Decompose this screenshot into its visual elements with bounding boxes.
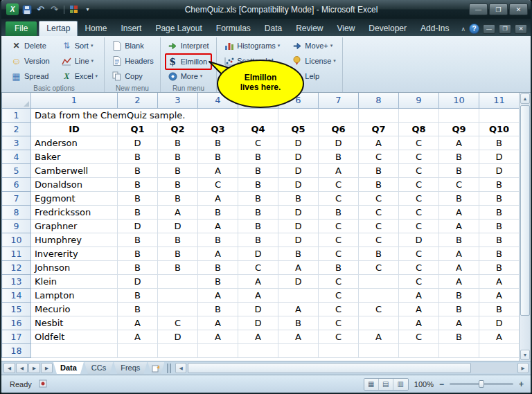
cell[interactable]: Anderson bbox=[31, 136, 118, 150]
cell[interactable]: B bbox=[479, 302, 520, 316]
cell[interactable]: B bbox=[118, 247, 158, 260]
cell[interactable]: A bbox=[399, 316, 439, 330]
cell[interactable]: B bbox=[278, 247, 319, 260]
row-header-1[interactable]: 1 bbox=[2, 108, 31, 122]
zoom-slider-thumb[interactable] bbox=[479, 380, 484, 388]
cell[interactable]: D bbox=[238, 302, 278, 316]
cell[interactable]: C bbox=[399, 163, 439, 177]
zoom-level[interactable]: 100% bbox=[414, 380, 434, 388]
cell[interactable]: A bbox=[439, 205, 479, 219]
cell[interactable]: A bbox=[399, 288, 439, 302]
cell[interactable] bbox=[158, 274, 198, 288]
last-sheet-button[interactable]: ▶ bbox=[41, 363, 53, 373]
row-header-4[interactable]: 4 bbox=[2, 150, 31, 163]
column-header-6[interactable]: 6 bbox=[278, 93, 319, 108]
tab-view[interactable]: View bbox=[330, 21, 362, 36]
tab-home[interactable]: Home bbox=[78, 21, 114, 36]
row-header-2[interactable]: 2 bbox=[2, 122, 31, 136]
cell[interactable]: D bbox=[319, 136, 359, 150]
cell[interactable]: A bbox=[198, 219, 238, 233]
cell[interactable]: B bbox=[118, 163, 158, 177]
cell[interactable]: Q4 bbox=[238, 122, 278, 136]
column-header-3[interactable]: 3 bbox=[158, 93, 198, 108]
cell[interactable] bbox=[158, 288, 198, 302]
cell[interactable]: B bbox=[359, 247, 399, 260]
cell[interactable]: A bbox=[198, 330, 238, 343]
cell[interactable]: A bbox=[439, 219, 479, 233]
cell[interactable]: C bbox=[359, 302, 399, 316]
cell[interactable]: B bbox=[278, 191, 319, 205]
column-header-1[interactable]: 1 bbox=[31, 93, 118, 108]
cell[interactable] bbox=[278, 343, 319, 357]
cell[interactable]: B bbox=[319, 205, 359, 219]
cell[interactable]: B bbox=[238, 233, 278, 247]
row-header-13[interactable]: 13 bbox=[2, 274, 31, 288]
cell[interactable] bbox=[198, 108, 238, 122]
cell[interactable] bbox=[158, 343, 198, 357]
cell[interactable]: A bbox=[118, 316, 158, 330]
cell[interactable]: D bbox=[278, 163, 319, 177]
insert-worksheet-tab[interactable] bbox=[148, 362, 164, 374]
select-all-corner[interactable] bbox=[2, 93, 31, 108]
row-header-16[interactable]: 16 bbox=[2, 316, 31, 330]
row-header-14[interactable]: 14 bbox=[2, 288, 31, 302]
cell[interactable]: Nesbit bbox=[31, 316, 118, 330]
tab-page-layout[interactable]: Page Layout bbox=[148, 21, 209, 36]
cell[interactable]: B bbox=[278, 316, 319, 330]
cell[interactable]: B bbox=[198, 302, 238, 316]
cell-a1[interactable]: Data from the ChemQuiz sample. bbox=[31, 108, 198, 122]
cell[interactable]: C bbox=[198, 177, 238, 191]
cell[interactable]: B bbox=[158, 260, 198, 274]
cell[interactable]: B bbox=[238, 150, 278, 163]
save-button[interactable] bbox=[21, 4, 33, 15]
first-sheet-button[interactable]: ◀ bbox=[3, 363, 15, 373]
row-header-7[interactable]: 7 bbox=[2, 191, 31, 205]
cell[interactable]: B bbox=[198, 205, 238, 219]
cell[interactable]: B bbox=[118, 233, 158, 247]
cell[interactable] bbox=[479, 343, 520, 357]
interpret-button[interactable]: Interpret bbox=[165, 38, 213, 53]
cell[interactable]: B bbox=[479, 136, 520, 150]
cell[interactable] bbox=[278, 288, 319, 302]
cell[interactable] bbox=[31, 343, 118, 357]
horizontal-scrollbar[interactable]: ◀ ▶ bbox=[175, 363, 529, 373]
cell[interactable]: Q7 bbox=[359, 122, 399, 136]
cell[interactable]: C bbox=[319, 274, 359, 288]
cell[interactable]: B bbox=[158, 233, 198, 247]
elmillon-button[interactable]: $ Elmillon bbox=[165, 53, 213, 70]
cell[interactable]: D bbox=[278, 150, 319, 163]
cell[interactable]: A bbox=[439, 316, 479, 330]
cell[interactable]: C bbox=[319, 233, 359, 247]
column-header-8[interactable]: 8 bbox=[359, 93, 399, 108]
cell[interactable]: A bbox=[479, 330, 520, 343]
undo-button[interactable]: ↶ bbox=[35, 4, 46, 15]
tab-lertap[interactable]: Lertap bbox=[39, 21, 78, 36]
cell[interactable]: Oldfelt bbox=[31, 330, 118, 343]
cell[interactable]: B bbox=[359, 177, 399, 191]
horizontal-scroll-thumb[interactable] bbox=[188, 363, 471, 373]
help-icon[interactable]: ? bbox=[469, 24, 479, 34]
cell[interactable]: B bbox=[439, 233, 479, 247]
cell[interactable]: C bbox=[238, 136, 278, 150]
cell[interactable]: Q2 bbox=[158, 122, 198, 136]
cell[interactable]: A bbox=[158, 205, 198, 219]
cell[interactable]: B bbox=[158, 177, 198, 191]
cell[interactable] bbox=[359, 108, 399, 122]
cell[interactable]: Invererity bbox=[31, 247, 118, 260]
workbook-restore-button[interactable]: ❐ bbox=[499, 24, 511, 34]
sheet-tab-data[interactable]: Data bbox=[53, 362, 84, 374]
cell[interactable]: A bbox=[198, 247, 238, 260]
cell[interactable]: C bbox=[399, 136, 439, 150]
scroll-up-icon[interactable]: ▲ bbox=[520, 93, 530, 104]
cell[interactable] bbox=[399, 343, 439, 357]
cell[interactable] bbox=[359, 274, 399, 288]
cell[interactable]: B bbox=[479, 260, 520, 274]
cell[interactable]: A bbox=[238, 330, 278, 343]
copy-button[interactable]: Copy bbox=[109, 69, 156, 84]
page-break-view-icon[interactable]: ▥ bbox=[393, 379, 408, 390]
cell[interactable]: A bbox=[439, 136, 479, 150]
cell[interactable]: A bbox=[319, 163, 359, 177]
workbook-minimize-button[interactable]: — bbox=[483, 24, 495, 34]
cell[interactable] bbox=[479, 108, 520, 122]
zoom-in-icon[interactable]: + bbox=[519, 379, 524, 389]
